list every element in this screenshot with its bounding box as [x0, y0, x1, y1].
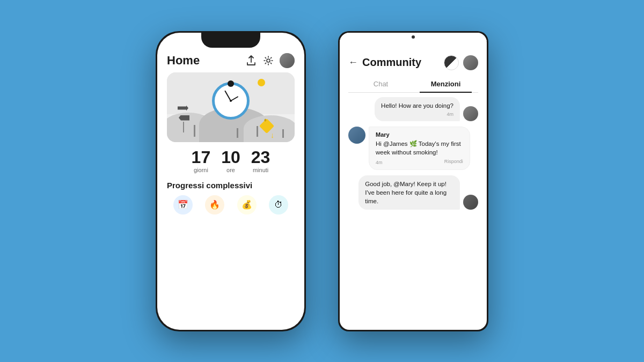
- sun-icon: [258, 79, 265, 86]
- message-time-2: 4m: [376, 160, 383, 165]
- progress-section: Progressi complessivi 📅 🔥 💰 ⏱: [167, 181, 295, 215]
- money-icon: 💰: [237, 195, 257, 215]
- avatar-image: [280, 53, 295, 68]
- bubble-right-1: Hello! How are you doing? 4m: [375, 97, 460, 121]
- calendar-icon: 📅: [173, 195, 193, 215]
- progress-title: Progressi complessivi: [167, 181, 295, 190]
- svg-point-0: [267, 59, 270, 62]
- stopwatch-icon: [212, 82, 250, 120]
- signpost-pole: [183, 122, 184, 132]
- phone-android: ← Community Chat Menzioni: [338, 31, 488, 331]
- community-tabs: Chat Menzioni: [348, 76, 478, 93]
- minutes-label: minuti: [253, 167, 268, 173]
- message-avatar-3: [463, 195, 478, 210]
- phone-android-screen: ← Community Chat Menzioni: [340, 33, 487, 330]
- message-1: Hello! How are you doing? 4m: [348, 97, 478, 121]
- message-text-2: Hi @James 🌿 Today's my first week withou…: [376, 139, 463, 157]
- android-camera: [412, 35, 415, 39]
- tree-2: [237, 128, 238, 138]
- community-title: Community: [362, 56, 440, 69]
- timer-display: 17 giorni 10 ore 23 minuti: [167, 149, 295, 173]
- ios-notch: [201, 33, 260, 48]
- message-text-1: Hello! How are you doing?: [381, 101, 453, 110]
- message-3: Good job, @Mary! Keep it up! I've been h…: [348, 175, 478, 210]
- hours-number: 10: [221, 149, 240, 166]
- time-icon: ⏱: [269, 195, 288, 215]
- fire-icon: 🔥: [205, 195, 224, 215]
- mary-avatar: [348, 127, 365, 144]
- tab-chat[interactable]: Chat: [348, 76, 413, 92]
- chat-area: Hello! How are you doing? 4m Mary Hi @Ja…: [348, 97, 478, 330]
- hero-illustration: ↓: [167, 72, 295, 142]
- tree-1: [194, 125, 195, 137]
- back-button[interactable]: ←: [348, 57, 358, 68]
- message-text-3: Good job, @Mary! Keep it up! I've been h…: [365, 180, 453, 205]
- android-status-bar: [340, 33, 487, 41]
- phone-ios-screen: Home: [157, 33, 304, 330]
- arrow-down-icon: ↓: [270, 131, 274, 139]
- phones-container: Home: [156, 31, 488, 331]
- progress-fire: 🔥: [205, 195, 224, 215]
- clock-top-knob: [228, 80, 234, 87]
- ios-app-title: Home: [167, 54, 200, 68]
- signpost: [178, 105, 189, 132]
- share-icon[interactable]: [245, 55, 257, 67]
- progress-calendar: 📅: [173, 195, 193, 215]
- message-sender-2: Mary: [376, 131, 463, 138]
- user-avatar-android[interactable]: [463, 55, 478, 70]
- android-content: ← Community Chat Menzioni: [340, 41, 487, 330]
- user-avatar[interactable]: [280, 53, 295, 68]
- message-footer-2: 4m Rispondi: [376, 158, 463, 165]
- ios-content: Home: [157, 33, 304, 330]
- bubble-right-3: Good job, @Mary! Keep it up! I've been h…: [358, 175, 460, 210]
- bubble-left-1: Mary Hi @James 🌿 Today's my first week w…: [369, 127, 470, 170]
- tree-4: [282, 129, 284, 138]
- settings-icon[interactable]: [262, 55, 274, 67]
- progress-money: 💰: [237, 195, 257, 215]
- days-label: giorni: [194, 167, 208, 173]
- android-app-header: ← Community: [348, 53, 478, 70]
- hours-label: ore: [226, 167, 235, 173]
- progress-time: ⏱: [269, 195, 288, 215]
- theme-toggle-button[interactable]: [444, 55, 459, 70]
- timer-days: 17 giorni: [192, 149, 211, 173]
- timer-hours: 10 ore: [221, 149, 240, 173]
- tree-3: [257, 126, 258, 137]
- days-number: 17: [192, 149, 211, 166]
- clock-center: [230, 100, 232, 102]
- message-2: Mary Hi @James 🌿 Today's my first week w…: [348, 127, 478, 170]
- minutes-number: 23: [251, 149, 270, 166]
- message-time-1: 4m: [381, 112, 453, 117]
- progress-icons-row: 📅 🔥 💰 ⏱: [167, 195, 295, 215]
- reply-button[interactable]: Rispondi: [444, 159, 463, 164]
- phone-ios: Home: [156, 31, 306, 331]
- header-icons-group: [245, 53, 295, 68]
- timer-minutes: 23 minuti: [251, 149, 270, 173]
- tab-menzioni[interactable]: Menzioni: [413, 76, 478, 92]
- ios-app-header: Home: [167, 53, 295, 68]
- message-avatar-1: [463, 106, 478, 121]
